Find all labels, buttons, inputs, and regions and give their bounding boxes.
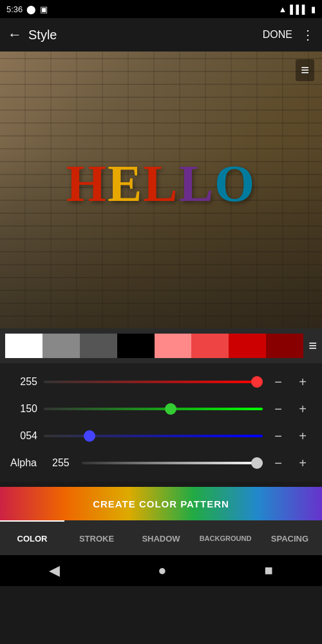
alpha-slider-controls: − + bbox=[269, 454, 312, 472]
blue-slider-row: 054 − + bbox=[10, 422, 312, 450]
circle-icon: ⬤ bbox=[26, 5, 36, 14]
back-button[interactable]: ← bbox=[8, 26, 22, 43]
red-slider-row: 255 − + bbox=[10, 368, 312, 395]
done-button[interactable]: DONE bbox=[263, 29, 292, 41]
battery-icon: ▮ bbox=[311, 5, 316, 14]
time-display: 5:36 bbox=[6, 5, 23, 14]
top-bar-left: ← Style bbox=[8, 26, 57, 43]
swatch-black[interactable] bbox=[117, 334, 155, 358]
red-decrement-button[interactable]: − bbox=[269, 373, 287, 391]
bottom-tab-bar: COLOR STROKE SHADOW BACKGROUND SPACING bbox=[0, 520, 322, 555]
nav-home-icon[interactable]: ● bbox=[158, 562, 166, 579]
green-slider-row: 150 − + bbox=[10, 395, 312, 422]
palette-menu-icon[interactable]: ≡ bbox=[308, 337, 317, 354]
green-value-label: 150 bbox=[10, 403, 37, 415]
blue-slider-thumb[interactable] bbox=[84, 430, 95, 442]
alpha-slider-row: Alpha 255 − + bbox=[10, 450, 312, 477]
color-sliders: 255 − + 150 − + 054 − + Alpha 255 bbox=[0, 363, 322, 482]
green-increment-button[interactable]: + bbox=[294, 400, 312, 418]
red-slider-track[interactable] bbox=[44, 381, 263, 383]
green-decrement-button[interactable]: − bbox=[269, 400, 287, 418]
green-slider-controls: − + bbox=[269, 400, 312, 418]
alpha-value-label: 255 bbox=[52, 457, 75, 469]
signal-bars-icon: ▌▌▌ bbox=[290, 5, 308, 14]
nav-back-icon[interactable]: ◀ bbox=[49, 562, 60, 579]
status-bar: 5:36 ⬤ ▣ ▲ ▌▌▌ ▮ bbox=[0, 0, 322, 18]
swatch-darkred[interactable] bbox=[266, 334, 303, 358]
status-left: 5:36 ⬤ ▣ bbox=[6, 5, 48, 14]
top-bar: ← Style DONE ⋮ bbox=[0, 18, 322, 52]
red-increment-button[interactable]: + bbox=[294, 373, 312, 391]
page-title: Style bbox=[28, 28, 57, 43]
nav-recents-icon[interactable]: ■ bbox=[265, 562, 273, 579]
alpha-word-label: Alpha bbox=[10, 457, 46, 469]
signal-icon: ▣ bbox=[40, 5, 48, 14]
green-slider-track[interactable] bbox=[44, 408, 263, 410]
swatch-darkgray[interactable] bbox=[80, 334, 117, 358]
letter-o: O bbox=[214, 155, 256, 213]
tab-color[interactable]: COLOR bbox=[0, 520, 64, 555]
blue-value-label: 054 bbox=[10, 430, 37, 442]
blue-increment-button[interactable]: + bbox=[294, 427, 312, 445]
letter-l2: L bbox=[179, 155, 214, 213]
create-color-pattern-button[interactable]: CREATE COLOR PATTERN bbox=[0, 487, 322, 520]
status-right: ▲ ▌▌▌ ▮ bbox=[278, 5, 316, 14]
color-palette-row: ≡ bbox=[0, 328, 322, 363]
tab-shadow[interactable]: SHADOW bbox=[129, 520, 193, 555]
blue-decrement-button[interactable]: − bbox=[269, 427, 287, 445]
red-value-label: 255 bbox=[10, 376, 37, 388]
hello-word: H E L L O bbox=[66, 155, 256, 213]
alpha-slider-track[interactable] bbox=[82, 462, 263, 464]
more-options-icon[interactable]: ⋮ bbox=[301, 27, 314, 43]
wifi-icon: ▲ bbox=[278, 5, 287, 14]
image-menu-icon[interactable]: ≡ bbox=[296, 59, 314, 81]
tab-spacing[interactable]: SPACING bbox=[258, 520, 322, 555]
alpha-decrement-button[interactable]: − bbox=[269, 454, 287, 472]
system-nav-bar: ◀ ● ■ bbox=[0, 555, 322, 586]
image-canvas: H E L L O ≡ bbox=[0, 52, 322, 328]
swatch-white[interactable] bbox=[5, 334, 43, 358]
blue-slider-controls: − + bbox=[269, 427, 312, 445]
tab-background[interactable]: BACKGROUND bbox=[193, 520, 258, 555]
swatch-lightred[interactable] bbox=[155, 334, 192, 358]
alpha-slider-thumb[interactable] bbox=[251, 457, 263, 469]
swatch-red[interactable] bbox=[229, 334, 266, 358]
letter-h: H bbox=[66, 155, 108, 213]
red-slider-controls: − + bbox=[269, 373, 312, 391]
letter-l1: L bbox=[143, 155, 178, 213]
tab-stroke[interactable]: STROKE bbox=[64, 520, 129, 555]
alpha-increment-button[interactable]: + bbox=[294, 454, 312, 472]
blue-slider-track[interactable] bbox=[44, 435, 263, 437]
swatch-midred[interactable] bbox=[191, 334, 229, 358]
red-slider-thumb[interactable] bbox=[251, 376, 263, 388]
letter-e: E bbox=[108, 155, 143, 213]
green-slider-thumb[interactable] bbox=[165, 403, 176, 415]
swatch-lightgray[interactable] bbox=[43, 334, 80, 358]
top-bar-right: DONE ⋮ bbox=[263, 27, 314, 43]
